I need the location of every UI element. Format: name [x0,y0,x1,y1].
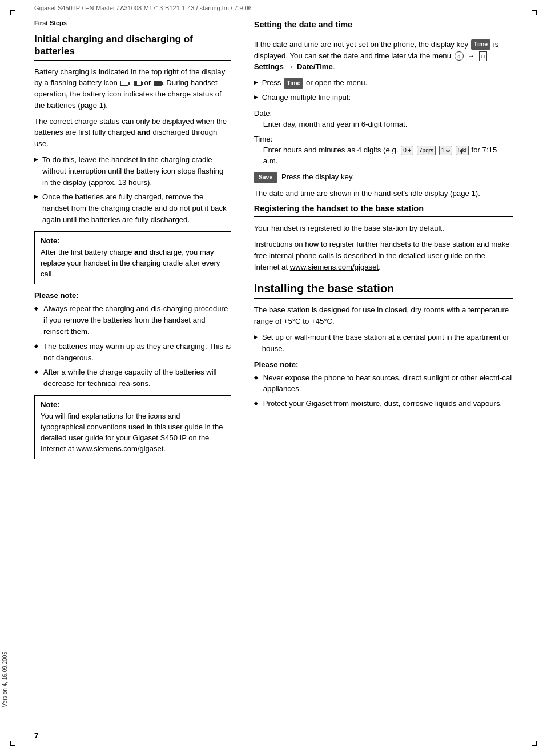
install-bullet-list: Set up or wall-mount the base station at… [254,332,513,355]
time-key: Time [471,39,490,50]
install-p1: The base station is designed for use in … [254,304,513,327]
left-bullet-list: To do this, leave the handset in the cha… [34,154,231,226]
section-divider-3 [254,216,513,217]
left-diamond-list: Always repeat the charging and dis-charg… [34,303,231,389]
time-key-2: Time [284,78,303,89]
note-title-2: Note: [41,400,225,409]
battery-icon-full [154,81,162,86]
list-item: Change multiple line input: [254,92,513,103]
left-p2: The correct charge status can only be di… [34,116,231,150]
list-item: Once the batteries are fully charged, re… [34,191,231,225]
time-label: Time: [254,135,513,143]
please-note-label: Please note: [34,291,231,300]
register-p1: Your handset is registered to the base s… [254,223,513,234]
right-diamond-list: Never expose the phone to heat sources, … [254,372,513,409]
section-label: First Steps [34,19,231,26]
right-column: Setting the date and time If the date an… [245,19,513,466]
menu-icon: ○ [455,51,464,61]
note-text-1: After the first battery charge and disch… [41,247,225,280]
note-text-2: You will find explanations for the icons… [41,411,225,454]
key-0: 0 + [401,146,413,155]
date-time-heading: Setting the date and time [254,19,513,30]
siemens-link-2[interactable]: www.siemens.com/gigaset [290,263,379,271]
date-time-end: The date and time are shown in the hand-… [254,188,513,199]
list-item: To do this, leave the handset in the cha… [34,154,231,188]
list-item: Protect your Gigaset from moisture, dust… [254,398,513,409]
left-heading: Initial charging and discharging of batt… [34,33,231,58]
left-p1: Battery charging is indicated in the top… [34,66,231,111]
list-item: Press Time or open the menu. [254,77,513,89]
register-p2: Instructions on how to register further … [254,239,513,272]
page-number: 7 [34,731,38,740]
list-item: Set up or wall-mount the base station at… [254,332,513,355]
date-section: Date: Enter day, month and year in 6-dig… [254,109,513,130]
time-content: Enter hours and minutes as 4 digits (e.g… [254,144,513,167]
list-item: Never expose the phone to heat sources, … [254,372,513,395]
note-box-2: Note: You will find explanations for the… [34,395,231,459]
key-5: 5jkl [456,146,469,155]
note-title-1: Note: [41,236,225,245]
side-version-text: Version 4, 16.09.2005 [2,652,8,707]
left-column: First Steps Initial charging and dischar… [34,19,245,466]
please-note-label-2: Please note: [254,360,513,369]
battery-icon-half [134,81,142,86]
siemens-link-1[interactable]: www.siemens.com/gigaset [76,444,163,453]
list-item: After a while the charge capacity of the… [34,367,231,389]
key-1: 1 ∞ [439,146,452,155]
date-time-p1: If the date and time are not yet set on … [254,39,513,73]
date-time-bullet-list: Press Time or open the menu. Change mult… [254,77,513,103]
key-7: 7pqrs [417,146,436,155]
settings-icon: □ [479,51,487,61]
install-heading: Installing the base station [254,282,513,296]
page-header: Gigaset S450 IP / EN-Master / A31008-M17… [0,0,547,14]
list-item: Always repeat the charging and dis-charg… [34,303,231,337]
note-box-1: Note: After the first battery charge and… [34,231,231,285]
register-heading: Registering the handset to the base stat… [254,203,513,214]
save-key: Save [254,172,277,183]
date-label: Date: [254,109,513,118]
save-line: Save Press the display key. [254,171,513,183]
section-divider-2 [254,33,513,33]
battery-icon-empty [120,81,128,86]
date-content: Enter day, month and year in 6-digit for… [254,119,513,130]
time-section: Time: Enter hours and minutes as 4 digit… [254,135,513,167]
section-divider-4 [254,298,513,299]
list-item: The batteries may warm up as they are ch… [34,341,231,364]
section-divider [34,60,231,61]
